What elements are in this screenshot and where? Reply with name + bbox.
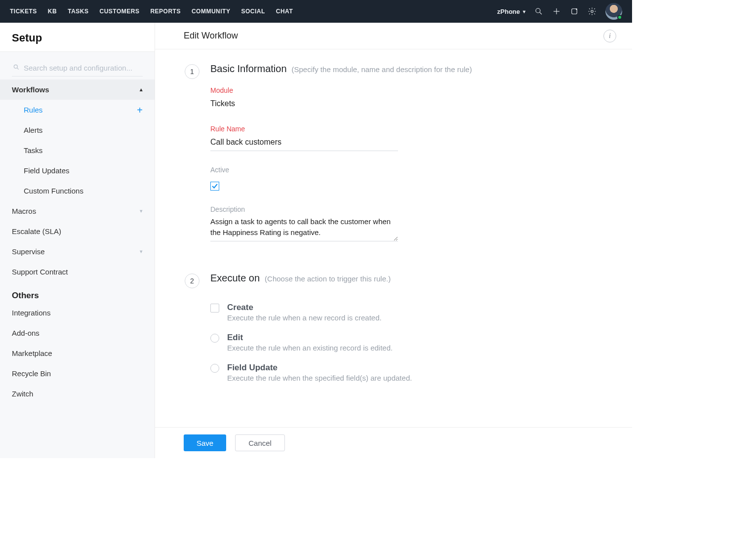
page-title: Edit Workflow: [184, 31, 238, 41]
sidebar-item-addons[interactable]: Add-ons: [0, 323, 155, 343]
caret-down-icon: ▾: [140, 208, 143, 214]
sidebar-label: Tasks: [24, 146, 42, 155]
svg-point-6: [591, 10, 594, 13]
svg-point-7: [14, 65, 17, 68]
sidebar-label: Supervise: [12, 247, 45, 256]
sidebar-item-workflows[interactable]: Workflows ▴: [0, 79, 155, 100]
sidebar-label: Recycle Bin: [12, 369, 51, 378]
radio-icon[interactable]: [210, 364, 219, 373]
sidebar-label: Escalate (SLA): [12, 227, 61, 235]
field-module: Module Tickets: [210, 86, 418, 110]
avatar[interactable]: [605, 3, 622, 20]
form-footer: Save Cancel: [155, 427, 632, 458]
sidebar-search[interactable]: [12, 62, 143, 77]
description-textarea[interactable]: [210, 216, 398, 241]
step-title: Execute on: [210, 273, 260, 284]
execute-option-field-update[interactable]: Field Update Execute the rule when the s…: [210, 363, 602, 382]
page-header: Edit Workflow i: [155, 23, 632, 49]
svg-line-1: [540, 12, 542, 14]
radio-icon[interactable]: [210, 334, 219, 343]
sidebar-label: Field Updates: [24, 166, 70, 175]
sidebar-heading: Setup: [0, 23, 155, 52]
form-body: 1 Basic Information (Specify the module,…: [155, 49, 632, 427]
field-label: Module: [210, 86, 418, 94]
step-number: 1: [185, 64, 199, 79]
info-icon[interactable]: i: [603, 30, 616, 42]
svg-point-5: [576, 8, 577, 10]
portal-switcher[interactable]: zPhone ▾: [497, 8, 525, 15]
search-icon: [13, 64, 20, 72]
sidebar-item-recycle-bin[interactable]: Recycle Bin: [0, 363, 155, 384]
sidebar-item-field-updates[interactable]: Field Updates: [0, 160, 155, 181]
topbar-tools: zPhone ▾: [497, 3, 622, 20]
rule-name-input[interactable]: [210, 136, 398, 151]
execute-option-edit[interactable]: Edit Execute the rule when an existing r…: [210, 333, 602, 352]
sidebar-label: Support Contract: [12, 268, 68, 276]
active-checkbox[interactable]: [210, 182, 219, 191]
nav-chat[interactable]: CHAT: [276, 8, 293, 15]
field-active: Active: [210, 166, 418, 191]
module-value: Tickets: [210, 97, 418, 110]
field-label: Description: [210, 205, 418, 213]
caret-down-icon: ▾: [140, 248, 143, 255]
presence-online-icon: [617, 15, 622, 20]
sidebar-item-alerts[interactable]: Alerts: [0, 120, 155, 140]
sidebar-item-rules[interactable]: Rules +: [0, 100, 155, 120]
nav-kb[interactable]: KB: [48, 8, 57, 15]
sidebar-label: Rules: [24, 106, 42, 114]
sidebar-section-others: Others: [0, 282, 155, 303]
field-label: Rule Name: [210, 125, 418, 133]
sidebar-item-marketplace[interactable]: Marketplace: [0, 343, 155, 363]
option-desc: Execute the rule when an existing record…: [227, 344, 393, 352]
sidebar-item-custom-functions[interactable]: Custom Functions: [0, 181, 155, 201]
sidebar-item-supervise[interactable]: Supervise ▾: [0, 241, 155, 262]
sidebar-label: Add-ons: [12, 329, 40, 337]
nav-tasks[interactable]: TASKS: [68, 8, 88, 15]
sidebar-item-macros[interactable]: Macros ▾: [0, 201, 155, 221]
sidebar-label: Marketplace: [12, 349, 52, 357]
sidebar-item-escalate[interactable]: Escalate (SLA): [0, 221, 155, 241]
nav-community[interactable]: COMMUNITY: [192, 8, 231, 15]
option-title: Edit: [227, 333, 393, 343]
execute-option-create[interactable]: Create Execute the rule when a new recor…: [210, 303, 602, 322]
sidebar-item-integrations[interactable]: Integrations: [0, 303, 155, 323]
step-execute-on: 2 Execute on (Choose the action to trigg…: [185, 273, 602, 393]
add-icon[interactable]: [552, 7, 561, 16]
sidebar-item-zwitch[interactable]: Zwitch: [0, 384, 155, 404]
portal-name: zPhone: [497, 8, 520, 15]
sidebar-label: Macros: [12, 207, 36, 215]
notification-icon[interactable]: [570, 7, 579, 16]
chevron-down-icon: ▾: [523, 9, 525, 14]
field-label: Active: [210, 166, 418, 174]
top-nav: TICKETS KB TASKS CUSTOMERS REPORTS COMMU…: [10, 8, 497, 15]
nav-tickets[interactable]: TICKETS: [10, 8, 37, 15]
sidebar: Setup Workflows ▴ Rules + Alerts: [0, 23, 155, 458]
option-desc: Execute the rule when a new record is cr…: [227, 313, 382, 322]
option-desc: Execute the rule when the specified fiel…: [227, 374, 412, 382]
field-rule-name: Rule Name: [210, 125, 418, 151]
sidebar-item-support-contract[interactable]: Support Contract: [0, 262, 155, 282]
sidebar-label: Alerts: [24, 126, 42, 134]
save-button[interactable]: Save: [184, 434, 226, 451]
search-icon[interactable]: [534, 7, 543, 16]
step-basic-info: 1 Basic Information (Specify the module,…: [185, 63, 602, 258]
svg-line-8: [17, 68, 18, 69]
sidebar-item-tasks[interactable]: Tasks: [0, 140, 155, 160]
nav-customers[interactable]: CUSTOMERS: [99, 8, 139, 15]
field-description: Description: [210, 205, 418, 243]
step-hint: (Specify the module, name and descriptio…: [292, 65, 472, 74]
step-number: 2: [185, 274, 199, 288]
caret-up-icon: ▴: [140, 86, 143, 93]
option-title: Field Update: [227, 363, 412, 373]
topbar: TICKETS KB TASKS CUSTOMERS REPORTS COMMU…: [0, 0, 632, 23]
nav-reports[interactable]: REPORTS: [150, 8, 181, 15]
step-hint: (Choose the action to trigger this rule.…: [265, 274, 391, 283]
checkbox-icon[interactable]: [210, 304, 219, 313]
nav-social[interactable]: SOCIAL: [241, 8, 265, 15]
svg-point-0: [536, 8, 540, 13]
option-title: Create: [227, 303, 382, 313]
settings-icon[interactable]: [588, 7, 597, 16]
sidebar-label: Integrations: [12, 309, 50, 317]
cancel-button[interactable]: Cancel: [235, 434, 285, 451]
sidebar-search-input[interactable]: [24, 64, 142, 72]
